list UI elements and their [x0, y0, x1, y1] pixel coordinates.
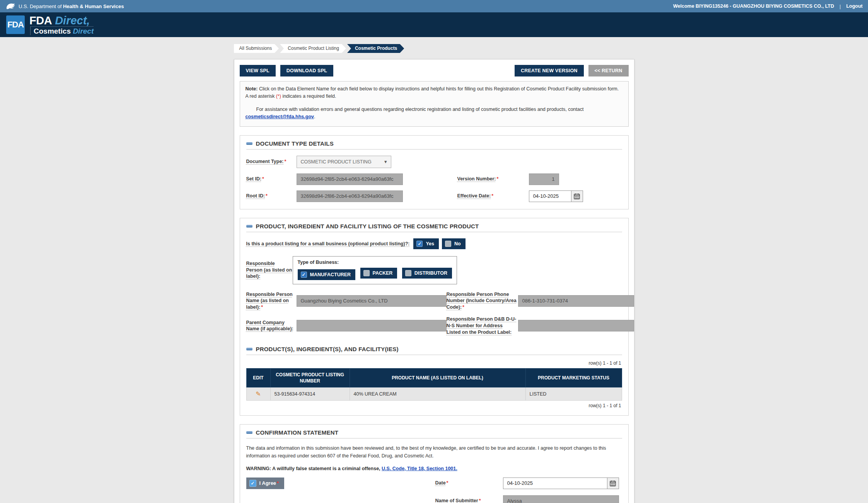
- set-id-label-text: Set ID:: [246, 176, 262, 182]
- effective-date-label[interactable]: Effective Date:*: [457, 193, 529, 199]
- product-name-column-header: PRODUCT NAME (AS LISTED ON LABEL): [350, 368, 525, 387]
- set-id-label[interactable]: Set ID:*: [246, 176, 297, 182]
- collapse-dash-icon[interactable]: [246, 225, 252, 228]
- responsible-person-label[interactable]: Responsible Person (as listed on label):: [246, 260, 293, 280]
- hhs-topbar: U.S. Department of Health & Human Servic…: [0, 0, 868, 12]
- version-number-label-text: Version Number:: [457, 176, 496, 182]
- small-business-question-label[interactable]: Is this a product listing for a small bu…: [246, 241, 410, 246]
- welcome-text: Welcome BIYING135246 - GUANGZHOU BIYING …: [673, 3, 834, 9]
- checkbox-unchecked-icon: [445, 241, 451, 247]
- root-id-field: [297, 190, 403, 202]
- subsection-title: PRODUCT(S), INGREDIENT(S), AND FACILITY(…: [256, 346, 399, 352]
- date-label-text: Date: [435, 480, 446, 486]
- required-asterisk: *: [491, 193, 493, 199]
- document-type-label-text: Document Type:: [246, 159, 284, 164]
- table-row: ✎ 53-915634-974314 40% UREA CREAM LISTED: [246, 387, 622, 401]
- section-title: CONFIRMATION STATEMENT: [256, 429, 339, 436]
- return-button[interactable]: << RETURN: [588, 65, 629, 76]
- required-asterisk: *: [262, 176, 264, 182]
- rows-info-bottom: row(s) 1 - 1 of 1: [246, 403, 621, 408]
- breadcrumb-all-submissions[interactable]: All Submissions: [234, 44, 279, 53]
- app-title-italic: Direct,: [55, 14, 90, 27]
- topbar-separator: |: [839, 3, 841, 9]
- fda-logo[interactable]: FDA: [6, 15, 25, 34]
- checkbox-unchecked-icon: [405, 270, 411, 276]
- section-product-ingredient-facility: PRODUCT, INGREDIENT AND FACILITY LISTING…: [240, 218, 629, 416]
- rp-phone-label[interactable]: Responsible Person Phone Number (Include…: [447, 291, 518, 311]
- collapse-dash-icon[interactable]: [246, 431, 252, 434]
- app-title-bold: FDA: [29, 14, 52, 27]
- subsection-header-products: PRODUCT(S), INGREDIENT(S), AND FACILITY(…: [246, 346, 622, 355]
- root-id-label[interactable]: Root ID:*: [246, 193, 297, 199]
- effective-date-calendar-button[interactable]: [571, 190, 583, 202]
- create-new-version-button[interactable]: CREATE NEW VERSION: [515, 65, 583, 76]
- document-type-value: COSMETIC PRODUCT LISTING: [301, 159, 372, 165]
- brand-text: FDA Direct, Cosmetics Direct: [29, 15, 94, 35]
- breadcrumb-cosmetic-products[interactable]: Cosmetic Products: [347, 44, 404, 53]
- app-subtitle-bold: Cosmetics: [34, 27, 71, 35]
- submitter-label-text: Name of Submitter: [435, 498, 478, 503]
- document-type-label[interactable]: Document Type:*: [246, 158, 297, 165]
- note-line: Note: Click on the Data Element Name for…: [246, 85, 623, 100]
- app-header: FDA FDA Direct, Cosmetics Direct: [0, 12, 868, 37]
- download-spl-button[interactable]: DOWNLOAD SPL: [280, 65, 333, 76]
- edit-cell: ✎: [246, 387, 270, 401]
- business-manufacturer-button[interactable]: ✓ MANUFACTURER: [298, 269, 356, 280]
- us-code-link[interactable]: U.S. Code, Title 18, Section 1001.: [382, 466, 457, 471]
- breadcrumb-cosmetic-product-listing[interactable]: Cosmetic Product Listing: [280, 44, 346, 53]
- assistance-period: .: [314, 114, 315, 119]
- status-cell: LISTED: [525, 387, 622, 401]
- breadcrumb: All Submissions Cosmetic Product Listing…: [234, 44, 634, 53]
- hhs-eagle-icon: [5, 2, 15, 10]
- document-type-select[interactable]: COSMETIC PRODUCT LISTING ▾: [297, 156, 391, 168]
- i-agree-button[interactable]: ✓ I Agree *: [246, 478, 285, 489]
- app-subtitle-italic: Direct: [73, 27, 94, 35]
- logout-link[interactable]: Logout: [846, 3, 863, 9]
- effective-date-field[interactable]: [529, 190, 571, 202]
- root-id-label-text: Root ID:: [246, 193, 265, 199]
- assistance-text: For assistance with validation errors an…: [256, 107, 584, 112]
- required-asterisk: *: [479, 498, 481, 503]
- i-agree-label: I Agree: [259, 480, 276, 486]
- section-header: DOCUMENT TYPE DETAILS: [246, 140, 622, 150]
- business-distributor-button[interactable]: DISTRIBUTOR: [402, 268, 452, 279]
- date-label[interactable]: Date*: [435, 480, 503, 486]
- business-packer-button[interactable]: PACKER: [360, 268, 397, 279]
- collapse-dash-icon[interactable]: [246, 348, 252, 350]
- rp-name-label[interactable]: Responsible Person Name (as listed on la…: [246, 291, 297, 311]
- page-content: All Submissions Cosmetic Product Listing…: [0, 37, 868, 503]
- small-business-yes-button[interactable]: ✓ Yes: [413, 238, 439, 249]
- duns-field: [518, 320, 634, 331]
- checkbox-unchecked-icon: [363, 270, 370, 276]
- products-table: EDIT COSMETIC PRODUCT LISTING NUMBER PRO…: [246, 368, 622, 401]
- section-confirmation-statement: CONFIRMATION STATEMENT The data and info…: [240, 424, 629, 503]
- small-business-no-button[interactable]: No: [442, 238, 466, 249]
- toolbar-spacer: [338, 65, 515, 76]
- section-header: PRODUCT, INGREDIENT AND FACILITY LISTING…: [246, 223, 622, 232]
- required-asterisk: *: [285, 158, 286, 165]
- rp-name-label-text: Responsible Person Name (as listed on la…: [246, 292, 293, 310]
- product-name-cell: 40% UREA CREAM: [350, 387, 525, 401]
- type-of-business-label[interactable]: Type of Business:: [298, 260, 452, 265]
- note-asterisk: (*): [276, 93, 281, 99]
- submitter-field: [503, 495, 619, 503]
- date-calendar-button[interactable]: [607, 478, 619, 489]
- parent-company-label[interactable]: Parent Company Name (if applicable):: [246, 319, 297, 333]
- packer-label: PACKER: [373, 270, 393, 276]
- version-number-field: [529, 173, 559, 185]
- date-field[interactable]: [503, 478, 607, 489]
- edit-pencil-icon[interactable]: ✎: [256, 390, 261, 398]
- effective-date-label-text: Effective Date:: [457, 193, 491, 199]
- section-header: CONFIRMATION STATEMENT: [246, 429, 622, 438]
- duns-label[interactable]: Responsible Person D&B D-U-N-S Number fo…: [447, 316, 518, 336]
- assistance-email-link[interactable]: cosmeticsdirect@fda.hhs.gov: [246, 114, 314, 119]
- type-of-business-box: Type of Business: ✓ MANUFACTURER PACKER: [293, 256, 457, 284]
- listing-number-column-header: COSMETIC PRODUCT LISTING NUMBER: [270, 368, 350, 387]
- version-number-label[interactable]: Version Number:*: [457, 176, 529, 182]
- view-spl-button[interactable]: VIEW SPL: [240, 65, 276, 76]
- section-title: PRODUCT, INGREDIENT AND FACILITY LISTING…: [256, 223, 479, 229]
- yes-label: Yes: [426, 241, 434, 246]
- form-card: VIEW SPL DOWNLOAD SPL CREATE NEW VERSION…: [234, 59, 634, 503]
- submitter-label[interactable]: Name of Submitter*: [435, 498, 503, 503]
- collapse-dash-icon[interactable]: [246, 142, 252, 145]
